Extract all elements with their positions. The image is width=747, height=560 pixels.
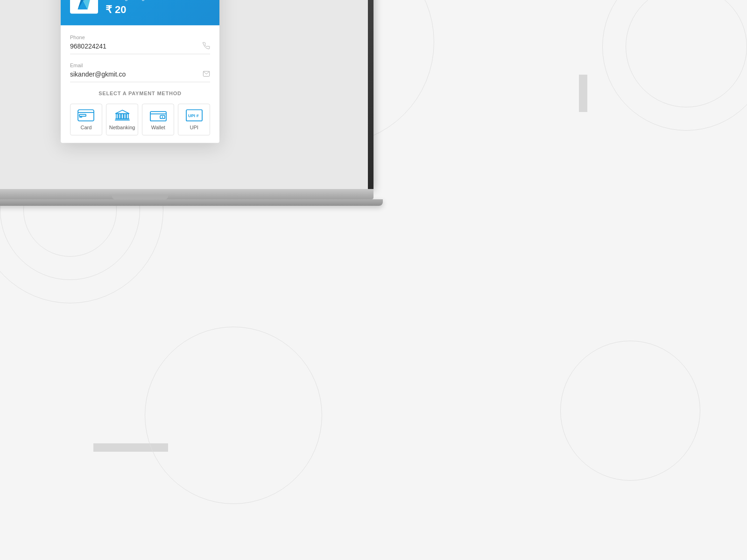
svg-rect-14 xyxy=(150,112,166,121)
upi-label: UPI xyxy=(190,125,198,130)
svg-marker-6 xyxy=(115,110,129,113)
laptop-foot xyxy=(0,199,383,206)
svg-rect-8 xyxy=(119,113,120,119)
modal-body: Phone 9680224241 Email xyxy=(61,25,219,143)
email-value: sikander@gkmit.co xyxy=(70,70,203,78)
phone-row: 9680224241 xyxy=(70,42,210,54)
payment-methods-grid: Card xyxy=(70,104,210,135)
svg-rect-7 xyxy=(116,113,118,119)
card-icon xyxy=(78,109,94,122)
phone-label: Phone xyxy=(70,35,210,40)
laptop-container: Razorpay Corp Demoing Charges ₹ 20 × Pho… xyxy=(0,0,374,206)
bg-rect-2 xyxy=(579,75,587,112)
wallet-label: Wallet xyxy=(151,125,165,130)
svg-point-16 xyxy=(162,116,163,118)
bg-circle-8 xyxy=(560,341,700,481)
netbanking-label: Netbanking xyxy=(109,125,135,130)
laptop-screen: Razorpay Corp Demoing Charges ₹ 20 × Pho… xyxy=(0,0,368,189)
netbanking-icon xyxy=(114,109,131,122)
email-icon xyxy=(203,70,210,79)
svg-text:UPI #: UPI # xyxy=(188,113,199,118)
svg-rect-9 xyxy=(121,113,123,119)
modal-amount: ₹ 20 xyxy=(106,4,210,16)
phone-field-group: Phone 9680224241 xyxy=(70,35,210,54)
laptop-base xyxy=(0,189,374,199)
phone-value: 9680224241 xyxy=(70,42,203,50)
laptop-screen-outer: Razorpay Corp Demoing Charges ₹ 20 × Pho… xyxy=(0,0,374,189)
svg-rect-11 xyxy=(127,113,128,119)
card-label: Card xyxy=(80,125,92,130)
payment-method-netbanking[interactable]: Netbanking xyxy=(106,104,139,135)
modal-description: Demoing Charges xyxy=(106,0,210,1)
phone-icon xyxy=(203,42,210,51)
email-label: Email xyxy=(70,63,210,68)
payment-method-card[interactable]: Card xyxy=(70,104,102,135)
email-row: sikander@gkmit.co xyxy=(70,70,210,82)
bg-rect-3 xyxy=(93,443,168,452)
bg-circle-4 xyxy=(602,0,747,131)
payment-method-upi[interactable]: UPI # UPI xyxy=(178,104,210,135)
bg-circle-7 xyxy=(145,327,322,504)
wallet-icon xyxy=(150,109,167,122)
svg-rect-10 xyxy=(124,113,126,119)
bg-circle-5 xyxy=(626,0,747,107)
upi-icon: UPI # xyxy=(186,109,203,122)
modal-header-info: Razorpay Corp Demoing Charges ₹ 20 xyxy=(106,0,210,16)
payment-method-wallet[interactable]: Wallet xyxy=(142,104,174,135)
svg-rect-3 xyxy=(79,114,86,116)
modal-header: Razorpay Corp Demoing Charges ₹ 20 × xyxy=(61,0,219,25)
payment-method-section-label: SELECT A PAYMENT METHOD xyxy=(70,91,210,96)
payment-modal: Razorpay Corp Demoing Charges ₹ 20 × Pho… xyxy=(61,0,219,143)
razorpay-logo xyxy=(70,0,98,14)
email-field-group: Email sikander@gkmit.co xyxy=(70,63,210,82)
